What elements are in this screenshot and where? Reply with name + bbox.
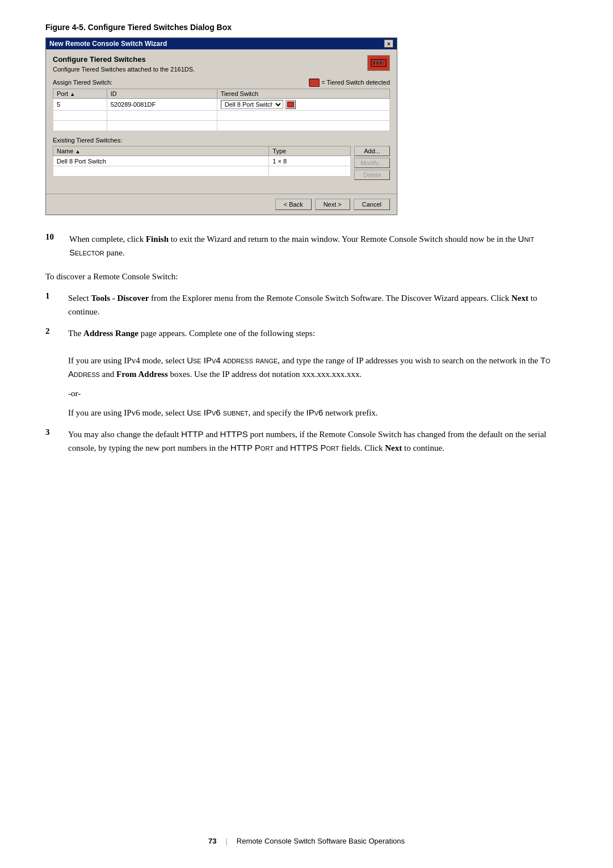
dialog-titlebar: New Remote Console Switch Wizard × (46, 38, 397, 49)
delete-button[interactable]: Delete (354, 170, 390, 180)
assign-table-empty-row (53, 111, 390, 121)
svg-rect-2 (373, 61, 375, 65)
dialog-section-title: Configure Tiered Switches (53, 55, 195, 64)
existing-buttons: Add... Modify... Delete (354, 146, 390, 182)
svg-rect-3 (376, 61, 379, 65)
step-2-ipv6: If you are using IPv6 mode, select Use I… (68, 406, 568, 420)
discover-intro: To discover a Remote Console Switch: (45, 270, 568, 283)
cancel-button[interactable]: Cancel (354, 199, 390, 210)
switch-icon (367, 55, 390, 71)
figure-caption: Figure 4-5. Configure Tiered Switches Di… (45, 23, 568, 32)
cell-type: 1 × 8 (269, 156, 351, 166)
dialog-body: Configure Tiered Switches Configure Tier… (46, 49, 397, 194)
existing-table-area: Name ▲ Type Dell 8 Port Switch 1 × 8 (53, 146, 351, 182)
dialog-footer: < Back Next > Cancel (46, 194, 397, 215)
back-button[interactable]: < Back (275, 199, 312, 210)
tiered-detected-indicator: = Tiered Switch detected (309, 78, 390, 86)
modify-button[interactable]: Modify... (354, 158, 390, 168)
step-2-content: The Address Range page appears. Complete… (68, 326, 568, 420)
step-2-main: The Address Range page appears. Complete… (68, 326, 568, 340)
dialog-close-button[interactable]: × (384, 40, 393, 48)
step-1-number: 1 (45, 291, 62, 318)
page-number: 73 (208, 837, 216, 845)
svg-rect-4 (380, 61, 382, 65)
col-type[interactable]: Type (269, 146, 351, 156)
cell-tiered-switch: Dell 8 Port Switch (217, 99, 389, 111)
step-2-ipv4: If you are using IPv4 mode, select Use I… (68, 354, 568, 381)
existing-table-empty-row (53, 166, 351, 177)
next-button[interactable]: Next > (315, 199, 350, 210)
add-button[interactable]: Add... (354, 146, 390, 156)
step-2-number: 2 (45, 326, 62, 420)
svg-rect-7 (310, 79, 319, 86)
assign-table: Port ▲ ID Tiered Switch 5 520289-0081DF … (53, 89, 390, 131)
existing-label: Existing Tiered Switches: (53, 137, 390, 144)
assign-label: Assign Tiered Switch: (53, 79, 112, 86)
detected-icon (309, 78, 319, 86)
tiered-switch-icon-btn[interactable] (285, 100, 296, 109)
step-10-number: 10 (45, 232, 62, 259)
dialog-box: New Remote Console Switch Wizard × Confi… (45, 37, 397, 215)
col-id[interactable]: ID (107, 89, 217, 99)
step-2-block: 2 The Address Range page appears. Comple… (45, 326, 568, 420)
assign-table-row: 5 520289-0081DF Dell 8 Port Switch (53, 99, 390, 111)
cell-name: Dell 8 Port Switch (53, 156, 269, 166)
assign-table-empty-row-2 (53, 121, 390, 131)
col-tiered-switch[interactable]: Tiered Switch (217, 89, 389, 99)
existing-table-row: Dell 8 Port Switch 1 × 8 (53, 156, 351, 166)
dialog-subtitle: Configure Tiered Switches attached to th… (53, 66, 195, 73)
detected-label: = Tiered Switch detected (321, 79, 390, 86)
cell-id: 520289-0081DF (107, 99, 217, 111)
col-port[interactable]: Port ▲ (53, 89, 107, 99)
step-1-text: Select Tools - Discover from the Explore… (68, 291, 568, 318)
step-3-text: You may also change the default HTTP and… (68, 427, 568, 455)
step-3-block: 3 You may also change the default HTTP a… (45, 427, 568, 455)
or-separator: -or- (68, 387, 568, 400)
step-1-block: 1 Select Tools - Discover from the Explo… (45, 291, 568, 318)
svg-rect-5 (383, 61, 384, 65)
svg-rect-9 (288, 102, 293, 107)
assign-row: Assign Tiered Switch: = Tiered Switch de… (53, 78, 390, 86)
step-3-number: 3 (45, 427, 62, 455)
cell-port: 5 (53, 99, 107, 111)
dialog-title: New Remote Console Switch Wizard (49, 40, 167, 48)
col-name[interactable]: Name ▲ (53, 146, 269, 156)
existing-table: Name ▲ Type Dell 8 Port Switch 1 × 8 (53, 146, 351, 177)
tiered-switch-select[interactable]: Dell 8 Port Switch (221, 100, 283, 109)
page-footer: 73 | Remote Console Switch Software Basi… (0, 837, 613, 845)
step-10-block: 10 When complete, click Finish to exit t… (45, 232, 568, 259)
step-10-text: When complete, click Finish to exit the … (69, 232, 568, 259)
existing-section: Name ▲ Type Dell 8 Port Switch 1 × 8 (53, 146, 390, 182)
footer-divider: | (225, 837, 227, 845)
footer-section: Remote Console Switch Software Basic Ope… (237, 837, 405, 845)
